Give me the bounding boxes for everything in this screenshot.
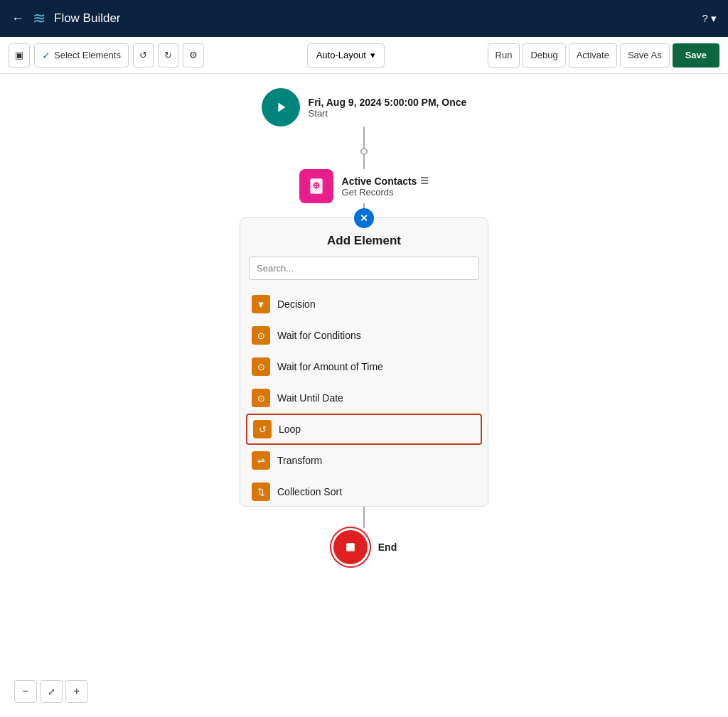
connector-2 <box>363 155 365 169</box>
flow-builder-icon: ≋ <box>33 9 46 28</box>
element-list: ▼Decision⊙Wait for Conditions⊙Wait for A… <box>240 286 488 506</box>
save-as-button[interactable]: Save As <box>620 43 670 68</box>
list-item-label: Wait Until Date <box>277 392 343 404</box>
start-info: Fri, Aug 9, 2024 5:00:00 PM, Once Start <box>309 97 467 119</box>
list-item[interactable]: ⇌Transform <box>240 445 488 476</box>
list-item-label: Loop <box>279 424 301 435</box>
sidebar-toggle-button[interactable]: ▣ <box>9 43 30 68</box>
wait-conditions-icon: ⊙ <box>252 326 270 345</box>
sidebar-toggle-icon: ▣ <box>15 50 23 60</box>
wait-amount-icon: ⊙ <box>252 357 270 376</box>
collection-sort-icon: ⇅ <box>252 483 270 501</box>
panel-close-button[interactable]: ✕ <box>354 208 374 228</box>
list-item[interactable]: ▼Decision <box>240 289 488 320</box>
save-button[interactable]: Save <box>673 43 719 68</box>
list-item-label: Collection Sort <box>277 486 342 497</box>
add-element-panel: ✕ Add Element ▼Decision⊙Wait for Conditi… <box>240 217 488 507</box>
search-input[interactable] <box>249 257 479 280</box>
list-item-label: Wait for Amount of Time <box>277 361 383 372</box>
flow-canvas: Fri, Aug 9, 2024 5:00:00 PM, Once Start <box>0 74 728 717</box>
list-item[interactable]: ⊙Wait for Amount of Time <box>240 351 488 382</box>
list-item[interactable]: ⊙Wait Until Date <box>240 382 488 414</box>
top-nav: ← ≋ Flow Builder ? ▾ <box>0 0 728 37</box>
record-title-icon: ☰ <box>420 176 429 186</box>
help-icon: ? <box>702 12 707 24</box>
settings-button[interactable]: ⚙ <box>183 43 204 68</box>
start-button[interactable] <box>262 88 300 126</box>
end-node: End <box>331 528 397 566</box>
debug-button[interactable]: Debug <box>523 43 565 68</box>
zoom-controls: − ⤢ + <box>14 680 88 703</box>
decision-icon: ▼ <box>252 295 270 313</box>
help-menu[interactable]: ? ▾ <box>702 12 717 25</box>
connector-1 <box>363 126 365 148</box>
back-button[interactable]: ← <box>11 11 24 26</box>
list-item-label: Decision <box>277 298 316 310</box>
app-title: Flow Builder <box>54 11 121 26</box>
svg-marker-0 <box>278 103 285 112</box>
settings-icon: ⚙ <box>189 50 198 60</box>
record-subtitle: Get Records <box>342 187 429 198</box>
get-records-icon[interactable] <box>299 169 333 203</box>
fit-icon: ⤢ <box>48 686 55 697</box>
close-icon: ✕ <box>360 212 368 224</box>
list-item-label: Wait for Conditions <box>277 330 361 341</box>
loop-icon: ↺ <box>253 420 272 438</box>
auto-layout-button[interactable]: Auto-Layout ▾ <box>307 43 385 68</box>
svg-rect-6 <box>346 543 355 551</box>
list-item-label: Transform <box>277 455 322 466</box>
run-button[interactable]: Run <box>488 43 520 68</box>
redo-icon: ↻ <box>164 50 172 60</box>
wait-until-icon: ⊙ <box>252 389 270 407</box>
redo-button[interactable]: ↻ <box>158 43 178 68</box>
zoom-in-button[interactable]: + <box>65 680 88 703</box>
start-node: Fri, Aug 9, 2024 5:00:00 PM, Once Start <box>262 88 467 126</box>
list-item[interactable]: ⇅Collection Sort <box>240 476 488 506</box>
undo-icon: ↺ <box>139 50 147 60</box>
end-button[interactable] <box>331 528 370 566</box>
activate-button[interactable]: Activate <box>569 43 617 68</box>
connector-4 <box>363 507 365 528</box>
auto-layout-arrow-icon: ▾ <box>370 50 375 60</box>
connector-dot-1 <box>360 148 368 155</box>
record-title: Active Contacts ☰ <box>342 176 429 187</box>
list-item[interactable]: ⊙Wait for Conditions <box>240 320 488 351</box>
record-info: Active Contacts ☰ Get Records <box>342 176 429 198</box>
transform-icon: ⇌ <box>252 451 270 470</box>
select-elements-label: Select Elements <box>54 50 121 60</box>
nav-left: ← ≋ Flow Builder <box>11 9 121 28</box>
toolbar: ▣ ✓ Select Elements ↺ ↻ ⚙ Auto-Layout ▾ … <box>0 37 728 74</box>
zoom-out-button[interactable]: − <box>14 680 37 703</box>
start-label: Start <box>309 108 467 119</box>
end-label: End <box>378 541 397 553</box>
select-elements-icon: ✓ <box>42 50 50 61</box>
select-elements-button[interactable]: ✓ Select Elements <box>34 43 129 68</box>
help-dropdown-icon: ▾ <box>711 12 717 24</box>
get-records-node: Active Contacts ☰ Get Records <box>299 169 429 203</box>
flow-container: Fri, Aug 9, 2024 5:00:00 PM, Once Start <box>186 88 542 566</box>
list-item[interactable]: ↺Loop <box>246 414 482 445</box>
start-date: Fri, Aug 9, 2024 5:00:00 PM, Once <box>309 97 467 108</box>
undo-button[interactable]: ↺ <box>133 43 154 68</box>
action-buttons: Run Debug Activate Save As Save <box>488 43 720 68</box>
auto-layout-label: Auto-Layout <box>316 50 366 60</box>
fit-to-screen-button[interactable]: ⤢ <box>40 680 63 703</box>
